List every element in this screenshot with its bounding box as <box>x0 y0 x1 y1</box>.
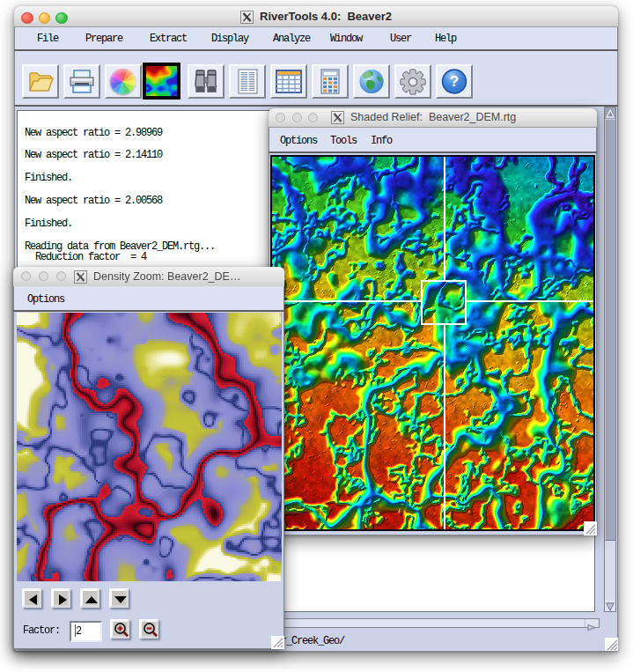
svg-text:?: ? <box>450 73 459 90</box>
